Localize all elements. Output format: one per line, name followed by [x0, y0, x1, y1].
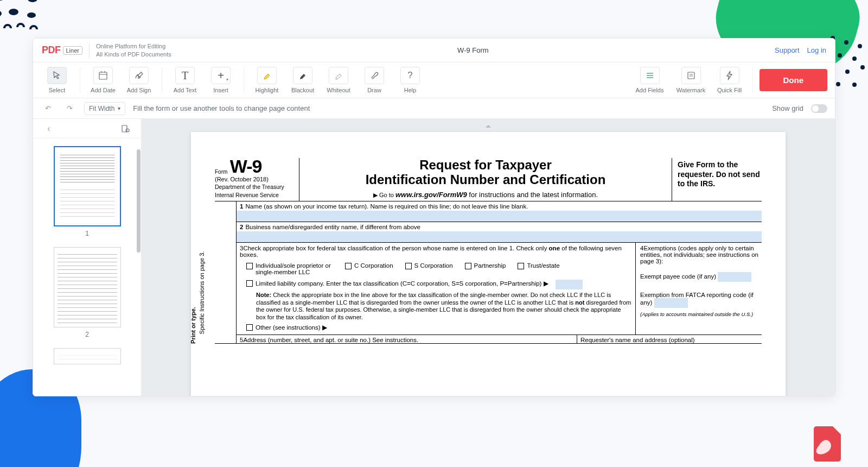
checkbox-llc[interactable]: Limited liability company. Enter the tax…	[246, 280, 632, 289]
svg-point-6	[27, 12, 36, 18]
exempt-payee-input[interactable]	[718, 272, 751, 282]
header-links: Support Log in	[775, 46, 826, 54]
form-header-center: Request for TaxpayerIdentification Numbe…	[299, 158, 672, 201]
blackout-icon	[298, 71, 308, 80]
business-name-input[interactable]	[237, 231, 762, 242]
svg-rect-27	[688, 72, 694, 79]
show-grid-toggle[interactable]	[811, 104, 827, 113]
document-title: W-9 Form	[171, 46, 775, 54]
svg-point-4	[0, 10, 2, 17]
hint-text: Fill the form or use another tools to ch…	[133, 104, 310, 112]
thumbnails-list: 1 2	[33, 138, 141, 396]
form-fields: 1Name (as shown on your income tax retur…	[237, 201, 762, 343]
svg-point-5	[9, 9, 18, 15]
calendar-icon	[98, 71, 108, 80]
header-bar: PDF Liner Online Platform for Editing Al…	[33, 39, 835, 62]
fields-icon	[645, 71, 655, 80]
logo-text-liner: Liner	[63, 46, 82, 55]
tool-draw[interactable]: Draw	[358, 67, 391, 93]
side-label: Print or type. Specific Instructions on …	[215, 201, 237, 343]
thumbnails-sidebar: ‹ 1 2	[33, 119, 142, 396]
tool-watermark[interactable]: Watermark	[672, 67, 710, 93]
done-button[interactable]: Done	[760, 69, 828, 91]
field-row-5: 5Address (number, street, and apt. or su…	[237, 335, 762, 343]
content-area: ‹ 1 2 Form W-9 (Rev. October 2018)	[33, 119, 835, 396]
tool-add-fields[interactable]: Add Fields	[631, 67, 669, 93]
tool-insert[interactable]: +▾ Insert	[205, 67, 237, 93]
logo[interactable]: PDF Liner	[42, 45, 82, 56]
form-body: Print or type. Specific Instructions on …	[215, 201, 762, 344]
show-grid-label: Show grid	[772, 104, 803, 112]
bolt-icon	[725, 71, 734, 80]
undo-button[interactable]: ↶	[41, 102, 55, 116]
svg-point-12	[838, 53, 842, 58]
thumbnail-num-2: 2	[40, 331, 135, 338]
svg-point-10	[858, 44, 862, 48]
llc-class-input[interactable]	[556, 280, 583, 289]
redo-button[interactable]: ↷	[62, 102, 76, 116]
tool-blackout[interactable]: Blackout	[286, 67, 319, 93]
sidebar-head: ‹	[33, 119, 141, 138]
page-settings-button[interactable]	[118, 122, 132, 136]
canvas[interactable]: Form W-9 (Rev. October 2018) Department …	[142, 119, 835, 396]
tool-quick-fill[interactable]: Quick Fill	[713, 67, 746, 93]
toolbar: Select Add Date Add Sign T Add Text +▾ I…	[33, 62, 835, 98]
svg-point-16	[845, 70, 850, 74]
checkbox-trust[interactable]: Trust/estate	[518, 262, 559, 275]
watermark-icon	[686, 71, 696, 80]
zoom-select[interactable]: Fit Width ▾	[84, 102, 125, 115]
checkbox-other[interactable]: Other (see instructions) ▶	[246, 324, 632, 331]
thumbnail-num-1: 1	[40, 230, 135, 237]
name-input[interactable]	[237, 211, 762, 222]
login-link[interactable]: Log in	[807, 46, 826, 54]
chevron-down-icon: ▾	[226, 77, 228, 82]
form-header-left: Form W-9 (Rev. October 2018) Department …	[215, 158, 299, 201]
svg-point-9	[844, 40, 848, 45]
svg-point-13	[852, 56, 857, 61]
plus-icon: +	[218, 70, 224, 82]
svg-point-0	[0, 0, 5, 1]
highlighter-icon	[262, 71, 272, 80]
tool-help[interactable]: ? Help	[394, 67, 426, 93]
support-link[interactable]: Support	[775, 46, 800, 54]
tool-highlight[interactable]: Highlight	[251, 67, 283, 93]
thumbnail-page-1[interactable]	[54, 146, 121, 226]
thumbnail-page-2[interactable]	[54, 247, 121, 327]
svg-point-18	[836, 82, 840, 86]
secondary-bar: ↶ ↷ Fit Width ▾ Fill the form or use ano…	[33, 98, 835, 119]
fatca-code-input[interactable]	[654, 298, 688, 308]
chevron-down-icon: ▾	[118, 105, 120, 111]
field-row-2: 2Business name/disregarded entity name, …	[237, 222, 762, 243]
tool-whiteout[interactable]: Whiteout	[322, 67, 355, 93]
checkbox-scorp[interactable]: S Corporation	[405, 262, 453, 275]
app-window: PDF Liner Online Platform for Editing Al…	[33, 38, 835, 396]
svg-point-2	[28, 0, 37, 2]
signature-icon	[134, 71, 144, 80]
llc-note: Note: Check the appropriate box in the l…	[256, 292, 632, 321]
tool-add-date[interactable]: Add Date	[87, 67, 119, 93]
tagline: Online Platform for Editing All Kinds of…	[96, 42, 171, 58]
brush-icon	[369, 71, 379, 80]
checkbox-ccorp[interactable]: C Corporation	[345, 262, 393, 275]
logo-text-pdf: PDF	[42, 45, 61, 56]
field-row-3-4: 3Check appropriate box for federal tax c…	[237, 243, 762, 335]
pdf-corner-icon	[808, 424, 846, 462]
svg-point-19	[852, 83, 857, 87]
sidebar-scrollbar[interactable]	[137, 149, 141, 253]
logo-divider	[89, 43, 90, 58]
form-header: Form W-9 (Rev. October 2018) Department …	[215, 158, 762, 201]
field-row-3: 3Check appropriate box for federal tax c…	[237, 243, 636, 335]
sidebar-collapse-button[interactable]: ‹	[42, 122, 56, 136]
cursor-icon	[52, 71, 62, 80]
whiteout-icon	[334, 71, 343, 80]
tool-select[interactable]: Select	[41, 67, 73, 93]
form-header-right: Give Form to the requester. Do not send …	[672, 158, 762, 201]
checkbox-partnership[interactable]: Partnership	[465, 262, 506, 275]
tool-add-sign[interactable]: Add Sign	[123, 67, 155, 93]
checkbox-individual[interactable]: Individual/sole proprietor or single-mem…	[246, 262, 333, 275]
thumbnail-page-3[interactable]	[54, 348, 121, 364]
svg-point-31	[126, 129, 129, 132]
tool-add-text[interactable]: T Add Text	[169, 67, 201, 93]
field-row-4: 4Exemptions (codes apply only to certain…	[636, 243, 762, 335]
decor-spots-tl	[0, 0, 87, 43]
